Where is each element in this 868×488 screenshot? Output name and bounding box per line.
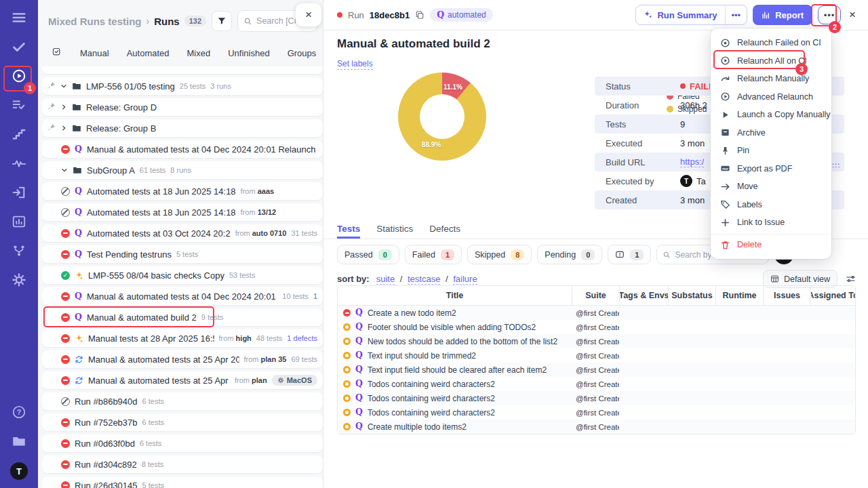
run-list-item[interactable]: LMP-555 08/04 basic checks Copy53 tests: [42, 266, 323, 284]
run-list-item[interactable]: QAutomated tests at 18 Jun 2025 14:18fro…: [42, 182, 323, 200]
menu-item-labels[interactable]: Labels: [711, 196, 831, 214]
test-row[interactable]: QText input should be trimmed2@first Cre…: [338, 348, 855, 363]
run-list-item[interactable]: QManual & automated tests at 04 Dec 2024…: [42, 140, 323, 158]
menu-item-relaunch-manually[interactable]: Relaunch Manually: [711, 70, 831, 88]
column-header-runtime: Runtime: [715, 286, 763, 305]
test-row[interactable]: QTodos containing weird characters2@firs…: [338, 405, 855, 420]
folder-item[interactable]: SubGroup A61 tests8 runs: [42, 161, 323, 179]
runs-tab-manual[interactable]: Manual: [71, 45, 118, 61]
menu-item-delete[interactable]: Delete: [711, 234, 831, 253]
runs-play-circle-icon[interactable]: [11, 68, 27, 84]
run-id: 18dec8b1: [370, 10, 410, 20]
test-row[interactable]: QCreate a new todo item2@first Create ..…: [338, 306, 855, 320]
branch-icon[interactable]: [11, 243, 27, 259]
set-labels-link[interactable]: Set labels: [337, 59, 373, 70]
menu-item-link-to-issue[interactable]: Link to Issue: [711, 214, 831, 232]
run-list-item[interactable]: Manual & automated tests at 25 Apr 2025 …: [42, 371, 323, 389]
runs-tab-groups[interactable]: Groups: [279, 45, 323, 61]
runs-tab-mixed[interactable]: Mixed: [178, 45, 220, 61]
automated-q-icon: Q: [355, 337, 363, 346]
menu-item-advanced-relaunch[interactable]: Advanced Relaunch: [711, 88, 831, 106]
bar-chart-icon[interactable]: [11, 214, 27, 230]
test-status-icon-skipped: [343, 352, 351, 359]
comment-filter-chip[interactable]: 1: [608, 245, 651, 264]
runs-tab-unfinished[interactable]: Unfinished: [219, 45, 278, 61]
menu-item-export-as-pdf[interactable]: PDFExport as PDF: [711, 160, 831, 178]
report-button[interactable]: Report: [753, 5, 812, 25]
folder-item[interactable]: LMP-556 01/05 testing25 tests3 runs: [42, 77, 323, 95]
folder-title: Release: Group D: [86, 102, 157, 113]
activity-pulse-icon[interactable]: [11, 155, 27, 171]
chevron-down-icon[interactable]: [61, 165, 68, 176]
menu-item-relaunch-all-on-ci[interactable]: Relaunch All on CI: [711, 52, 831, 70]
run-list-item[interactable]: Manual & automated tests at 25 Apr 2025 …: [42, 350, 323, 368]
build-url-link[interactable]: https:/: [680, 157, 704, 167]
close-panel-button[interactable]: ×: [296, 3, 321, 26]
help-icon[interactable]: ?: [11, 404, 27, 420]
filter-button[interactable]: [212, 11, 232, 31]
run-defects-count[interactable]: 1: [313, 292, 317, 300]
test-row[interactable]: QFooter should be visible when adding TO…: [338, 320, 855, 334]
run-list-item[interactable]: Run #d304c8928 tests: [42, 455, 323, 473]
empty-cell: [715, 391, 763, 405]
check-icon[interactable]: [11, 39, 27, 55]
filter-chip-pending[interactable]: Pending0: [537, 245, 602, 264]
column-settings-icon[interactable]: [846, 274, 856, 284]
tab-statistics[interactable]: Statistics: [376, 224, 413, 239]
menu-item-move[interactable]: Move: [711, 178, 831, 196]
filter-chip-failed[interactable]: Failed1: [405, 245, 462, 264]
copy-icon[interactable]: [415, 10, 425, 20]
tab-tests[interactable]: Tests: [337, 224, 360, 239]
run-defects-count[interactable]: 1 defects: [287, 334, 317, 342]
run-list-item[interactable]: Manual tests at 28 Apr 2025 16:50from hi…: [42, 329, 323, 347]
run-list-item[interactable]: QManual & automated build 29 tests: [42, 308, 323, 326]
breadcrumb-section[interactable]: Runs: [154, 16, 180, 27]
menu-icon[interactable]: [11, 9, 27, 26]
menu-item-launch-a-copy-manually[interactable]: Launch a Copy Manually: [711, 106, 831, 124]
select-all-icon[interactable]: [52, 47, 62, 60]
run-summary-more[interactable]: •••: [725, 5, 747, 24]
run-list-item[interactable]: Run #0d63f0bd6 tests: [42, 434, 323, 452]
run-summary-main[interactable]: Run Summary: [636, 5, 724, 24]
run-list-item[interactable]: QAutomated tests at 03 Oct 2024 20:25fro…: [42, 224, 323, 242]
sort-by-failure[interactable]: failure: [453, 274, 477, 285]
run-list-item[interactable]: Run #26d301455 tests: [42, 476, 323, 488]
run-status-icon-failed: [61, 376, 70, 385]
test-row[interactable]: QText input field should be cleared afte…: [338, 363, 855, 377]
relaunch-all-icon: [720, 56, 730, 66]
user-avatar[interactable]: T: [10, 462, 28, 480]
sort-by-testcase[interactable]: testcase: [408, 274, 440, 285]
test-row[interactable]: QTodos containing weird characters2@firs…: [338, 391, 855, 405]
folder-item[interactable]: Release: Group D: [42, 98, 323, 116]
steps-icon[interactable]: [11, 126, 27, 142]
breadcrumb-project[interactable]: Mixed Runs testing: [48, 16, 142, 27]
menu-item-archive[interactable]: Archive: [711, 124, 831, 142]
empty-cell: [763, 391, 810, 405]
run-list-item[interactable]: QTest Pending testruns5 tests: [42, 245, 323, 263]
tab-defects[interactable]: Defects: [429, 224, 460, 239]
run-list-item[interactable]: Run #b86b940d6 tests: [42, 392, 323, 410]
settings-gear-icon[interactable]: [11, 272, 27, 288]
sort-by-suite[interactable]: suite: [376, 274, 395, 285]
run-list-item[interactable]: Run #752eb37b6 tests: [42, 413, 323, 431]
chevron-right-icon[interactable]: [60, 123, 67, 134]
filter-chip-passed[interactable]: Passed0: [337, 245, 399, 264]
run-list-item[interactable]: QManual & automated tests at 04 Dec 2024…: [42, 287, 323, 305]
test-row[interactable]: QCreate multiple todo items2@first Creat…: [338, 420, 855, 434]
detail-value: 9: [680, 119, 685, 129]
close-detail-icon[interactable]: ×: [846, 8, 859, 22]
run-list-item[interactable]: QAutomated tests at 18 Jun 2025 14:18fro…: [42, 203, 323, 221]
runs-tab-automated[interactable]: Automated: [118, 45, 178, 61]
menu-item-pin[interactable]: Pin: [711, 142, 831, 160]
folder-icon: [72, 102, 81, 112]
chevron-down-icon[interactable]: [60, 81, 67, 92]
filter-chip-skipped[interactable]: Skipped8: [467, 245, 532, 264]
test-row[interactable]: QNew todos should be added to the bottom…: [338, 334, 855, 348]
menu-item-relaunch-failed-on-ci[interactable]: Relaunch Failed on CI: [711, 34, 831, 52]
projects-folder-icon[interactable]: [11, 433, 27, 449]
test-row[interactable]: QTodos containing weird characters2@firs…: [338, 377, 855, 391]
list-check-icon[interactable]: [11, 97, 27, 113]
sign-in-icon[interactable]: [11, 184, 27, 201]
chevron-right-icon[interactable]: [60, 102, 67, 113]
folder-item[interactable]: Release: Group B: [42, 119, 323, 137]
